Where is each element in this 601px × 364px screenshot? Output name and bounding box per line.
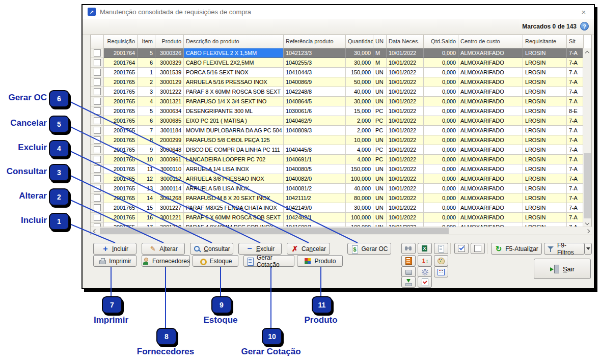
import-button[interactable] (401, 276, 416, 288)
cell-sit: 7-A (567, 145, 583, 155)
vertical-scrollbar-thumb[interactable] (584, 153, 591, 218)
f5-atualizar-button[interactable]: F5-Atualizar (491, 243, 542, 255)
help-icon[interactable] (580, 22, 589, 31)
row-checkbox[interactable] (94, 88, 101, 95)
table-row[interactable]: 200176453000326CABO FLEXIVEL 2 X 1,5MM10… (91, 48, 583, 58)
table-row[interactable]: 2001765103000961LANCADEIRA LOOPER PC 702… (91, 155, 583, 164)
cell-requisicao: 2001765 (104, 77, 138, 87)
row-checkbox[interactable] (94, 214, 101, 221)
scroll-right-icon[interactable] (585, 227, 592, 235)
column-header-data-neces-[interactable]: Data Neces. (387, 35, 424, 48)
column-header-referencia-produto[interactable]: Referência produto (284, 35, 346, 48)
table-row[interactable]: 2001765133000114ARRUELA 5/8 LISA INOX104… (91, 184, 583, 193)
gerar-oc-button[interactable]: Gerar OC (347, 243, 391, 255)
table-row[interactable]: 200176543001321PARAFUSO 1/4 X 3/4 SEXT I… (91, 97, 583, 106)
cell-descricao: DISCO DE COMPR DA LINHA PC 111 (184, 145, 284, 155)
report-button[interactable] (434, 243, 448, 254)
cell-requisitante: LROSIN (523, 126, 567, 135)
table-row[interactable]: 200176553000634DESENGRIPANTE 300 ML10300… (91, 106, 583, 116)
calculator-button[interactable] (401, 255, 416, 266)
uncheck-all-button[interactable] (471, 243, 485, 254)
horizontal-scrollbar-thumb[interactable] (100, 228, 449, 234)
gerar-cotacao-button[interactable]: Gerar Cotação (243, 255, 294, 267)
grid-config-button[interactable] (434, 266, 448, 277)
row-checkbox[interactable] (94, 194, 101, 202)
f9-filtros-button[interactable]: F9-Filtros (544, 243, 585, 255)
row-checkbox[interactable] (94, 136, 101, 144)
toolbar-divider (487, 243, 487, 254)
imprimir-button[interactable]: Imprimir (93, 255, 136, 267)
column-header-requisitante[interactable]: Requisitante (523, 35, 567, 48)
table-row[interactable]: 200176533001222PARAF 8 X 60MM ROSCA SOB … (91, 87, 583, 97)
binoculars-button[interactable] (401, 243, 416, 254)
row-checkbox[interactable] (94, 107, 101, 115)
row-checkbox[interactable] (94, 59, 101, 66)
row-checkbox[interactable] (94, 98, 101, 105)
column-header-descricao-do-produto[interactable]: Descrição do produto (184, 35, 284, 48)
column-header-requisicao[interactable]: Requisição (104, 35, 138, 48)
column-header-item[interactable]: Item (138, 35, 155, 48)
row-checkbox[interactable] (94, 146, 101, 153)
cell-un: UN (373, 193, 387, 203)
table-row[interactable]: 2001765123000112ARRUELA 3/8 PRESSAO INOX… (91, 174, 583, 184)
table-row[interactable]: 200176513001539PORCA 5/16 SEXT INOX10410… (91, 68, 583, 77)
cell-descricao: ARRUELA 1/4 LISA INOX (184, 164, 284, 174)
cell-centro: ALMOXARIFADO (458, 58, 523, 68)
table-row[interactable]: 2001765163001221PARAF 6 X 60MM ROSCA SOB… (91, 213, 583, 222)
checklist-button[interactable] (418, 276, 432, 288)
column-header-qtd-saldo[interactable]: Qtd.Saldo (424, 35, 458, 48)
box-button[interactable] (401, 266, 416, 277)
callout-label-gerar-oc: Gerar OC (0, 93, 47, 103)
column-header-produto[interactable]: Produto (155, 35, 184, 48)
row-checkbox[interactable] (94, 127, 101, 134)
produto-button[interactable]: Produto (297, 255, 343, 267)
table-row[interactable]: 2001765153001227PARAF M8X25 FENDA CHATA … (91, 203, 583, 213)
column-header-un[interactable]: UN (373, 35, 387, 48)
table-row[interactable]: 200176573001184MOVIM DUPLOBARRA DA AG PC… (91, 126, 583, 135)
table-row[interactable]: 200176463000329CABO FLEXIVEL 2X2,5MM1040… (91, 58, 583, 68)
excluir-button[interactable]: Excluir (238, 243, 282, 255)
column-header-sit[interactable]: Sit (567, 35, 584, 48)
table-row[interactable]: 2001765113000110ARRUELA 1/4 LISA INOX104… (91, 164, 583, 174)
estoque-button[interactable]: Estoque (193, 255, 238, 267)
row-checkbox[interactable] (94, 156, 101, 163)
scroll-left-icon[interactable] (91, 227, 98, 235)
excel-export-button[interactable] (418, 243, 432, 254)
check-all-button[interactable] (454, 243, 469, 254)
table-row[interactable]: 200176563000685EIXO PC 201 ( MATISA )104… (91, 116, 583, 126)
palette-button[interactable] (434, 255, 448, 266)
settings-gear-button[interactable] (418, 266, 432, 277)
row-checkbox[interactable] (94, 165, 101, 173)
cell-requisicao: 2001765 (104, 203, 138, 213)
scroll-up-icon[interactable] (583, 48, 591, 56)
table-row[interactable]: 2001765143001268PARAFUSO M 8 X 20 SEXT I… (91, 193, 583, 203)
row-checkbox[interactable] (94, 69, 101, 76)
row-checkbox[interactable] (94, 204, 101, 211)
table-row[interactable]: 200176593000648DISCO DE COMPR DA LINHA P… (91, 145, 583, 155)
row-checkbox-cell (91, 193, 104, 203)
horizontal-scrollbar[interactable] (91, 227, 592, 235)
column-header-centro-de-custo[interactable]: Centro de custo (458, 35, 523, 48)
row-checkbox[interactable] (94, 185, 101, 192)
sort-button[interactable] (418, 255, 432, 266)
fornecedores-button[interactable]: Fornecedores (142, 255, 190, 267)
table-row[interactable]: 200176582000299PARAFUSO 5/8 C/BOL PEÇA 1… (91, 135, 583, 145)
cancelar-button[interactable]: Cancelar (287, 243, 330, 255)
row-checkbox[interactable] (94, 78, 101, 86)
row-checkbox[interactable] (94, 117, 101, 124)
f9-filtros-dropdown-button[interactable] (585, 243, 592, 255)
column-header-checkbox[interactable] (91, 35, 104, 48)
row-checkbox[interactable] (94, 175, 101, 182)
vertical-scrollbar[interactable] (583, 48, 591, 228)
row-checkbox-cell (91, 77, 104, 87)
cell-centro: ALMOXARIFADO (458, 155, 523, 164)
consultar-button[interactable]: Consultar (190, 243, 233, 255)
close-button[interactable]: × (579, 7, 589, 17)
row-checkbox[interactable] (94, 49, 101, 57)
incluir-button[interactable]: Incluir (93, 243, 136, 255)
column-header-quantidade[interactable]: Quantidade (346, 35, 373, 48)
sair-button[interactable]: Sair (534, 259, 591, 279)
alterar-button[interactable]: Alterar (142, 243, 185, 255)
cell-sit: 8-E (567, 106, 583, 116)
table-row[interactable]: 200176523000129ARRUELA 5/16 PRESSAO INOX… (91, 77, 583, 87)
